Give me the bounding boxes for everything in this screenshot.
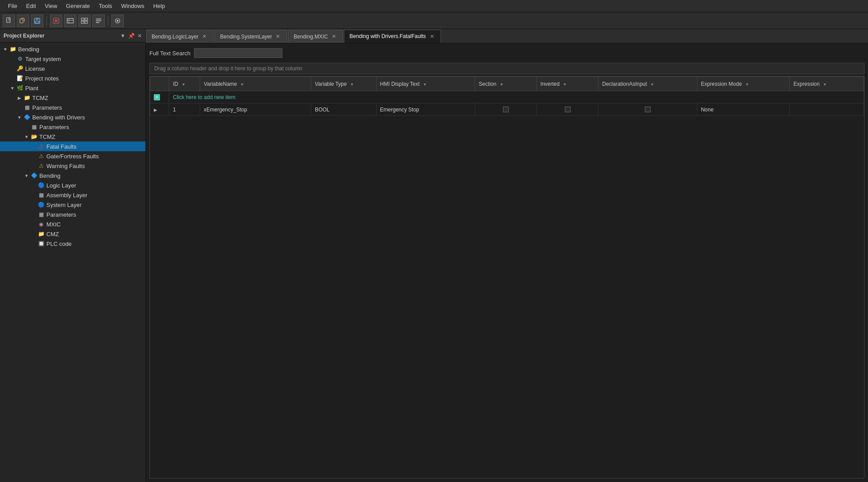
tree-item-fatal-faults[interactable]: ▶ ⚠ Fatal Faults: [0, 142, 145, 151]
view4-button[interactable]: [111, 15, 124, 27]
sidebar-close-btn[interactable]: ✕: [137, 33, 142, 39]
row1-decl-checkbox[interactable]: [645, 107, 651, 112]
tree-item-mxic[interactable]: ▶ ◉ MXIC: [0, 219, 145, 229]
view3-button[interactable]: [92, 15, 105, 27]
table-row[interactable]: ▶ 1 xEmergency_Stop BOOL Emergency Stop: [150, 103, 864, 116]
tree-item-bending-sub[interactable]: ▼ 🔷 Bending: [0, 171, 145, 180]
search-input[interactable]: [194, 48, 282, 58]
notes-icon: 📝: [16, 75, 24, 82]
tab-fatal-faults[interactable]: Bending with Drivers.FatalFaults ✕: [344, 30, 441, 43]
tree-label-project-notes: Project notes: [25, 75, 59, 82]
col-header-varname[interactable]: VariableName ▼: [200, 77, 311, 91]
tab-system-layer[interactable]: Bending.SystemLayer ✕: [214, 30, 287, 43]
tree-item-tcmz-bwd[interactable]: ▼ 📂 TCMZ: [0, 132, 145, 142]
tab-fatal-faults-close[interactable]: ✕: [429, 33, 435, 40]
tab-bar: Bending.LogicLayer ✕ Bending.SystemLayer…: [146, 29, 868, 43]
close-button[interactable]: [50, 15, 62, 27]
sidebar-pin-btn[interactable]: 📌: [128, 33, 135, 39]
tree-item-tcmz-top[interactable]: ▶ 📁 TCMZ: [0, 93, 145, 103]
exprmode-filter-icon[interactable]: ▼: [745, 82, 749, 87]
tab-system-layer-close[interactable]: ✕: [274, 33, 281, 40]
menu-help[interactable]: Help: [149, 1, 170, 11]
menu-view[interactable]: View: [40, 1, 61, 11]
tab-mxic-close[interactable]: ✕: [331, 33, 337, 40]
tree-item-logic-layer[interactable]: ▶ 🔵 Logic Layer: [0, 180, 145, 190]
view1-button[interactable]: [64, 15, 76, 27]
row1-arrow-icon[interactable]: ▶: [154, 107, 157, 112]
tree-arrow-tcmz-bwd[interactable]: ▼: [23, 133, 30, 140]
tab-logic-layer-close[interactable]: ✕: [201, 33, 208, 40]
tree-label-parameters-top: Parameters: [32, 104, 62, 111]
row1-section-checkbox[interactable]: [503, 107, 509, 112]
sidebar-header: Project Explorer ▼ 📌 ✕: [0, 29, 145, 42]
vartype-filter-icon[interactable]: ▼: [350, 82, 354, 87]
tree-item-parameters-top[interactable]: ▶ ▦ Parameters: [0, 103, 145, 112]
sidebar-collapse-btn[interactable]: ▼: [120, 33, 126, 39]
svg-rect-11: [85, 21, 88, 23]
menu-tools[interactable]: Tools: [95, 1, 117, 11]
row1-inverted-checkbox[interactable]: [565, 107, 571, 112]
open-button[interactable]: [17, 15, 29, 27]
tab-logic-layer[interactable]: Bending.LogicLayer ✕: [146, 30, 213, 43]
view2-button[interactable]: [78, 15, 91, 27]
col-header-exprmode[interactable]: Expression Mode ▼: [697, 77, 789, 91]
col-header-expand: [150, 77, 169, 91]
tree-arrow-plant[interactable]: ▼: [9, 84, 16, 92]
folder-open-tcmz-icon: 📂: [30, 133, 38, 140]
tree-item-bending-with-drivers[interactable]: ▼ 🔷 Bending with Drivers: [0, 112, 145, 122]
menu-generate[interactable]: Generate: [61, 1, 94, 11]
menu-windows[interactable]: Windows: [117, 1, 149, 11]
tree-arrow-bending-sub[interactable]: ▼: [23, 172, 30, 179]
tree-item-bending[interactable]: ▼ 📁 Bending: [0, 44, 145, 54]
expr-filter-icon[interactable]: ▼: [823, 82, 827, 87]
decl-filter-icon[interactable]: ▼: [650, 82, 654, 87]
id-filter-icon[interactable]: ▼: [182, 82, 186, 87]
col-header-inverted[interactable]: Inverted ▼: [537, 77, 598, 91]
hmi-filter-icon[interactable]: ▼: [423, 82, 427, 87]
sidebar-header-icons: ▼ 📌 ✕: [120, 33, 142, 39]
varname-filter-icon[interactable]: ▼: [240, 82, 244, 87]
col-header-decl[interactable]: DeclarationAsInput ▼: [598, 77, 697, 91]
tree-item-warning-faults[interactable]: ▶ ⚠ Warning Faults: [0, 161, 145, 171]
tree-item-cmz[interactable]: ▶ 📁 CMZ: [0, 229, 145, 239]
row1-expand[interactable]: ▶: [150, 103, 169, 116]
tree-item-parameters-bend[interactable]: ▶ ▦ Parameters: [0, 210, 145, 219]
col-header-vartype[interactable]: Variable Type ▼: [311, 77, 376, 91]
grid-container: ID ▼ VariableName ▼ Variable Type ▼: [149, 76, 864, 478]
tree-arrow-bwd[interactable]: ▼: [16, 114, 23, 121]
tree-label-target-system: Target system: [25, 56, 61, 62]
tree-item-plc-code[interactable]: ▶ 🔲 PLC code: [0, 239, 145, 249]
tree-arrow-bending[interactable]: ▼: [2, 46, 9, 53]
add-row[interactable]: + Click here to add new item: [150, 91, 864, 103]
row1-decl: [598, 103, 697, 116]
col-header-section[interactable]: Section ▼: [475, 77, 537, 91]
tree-item-assembly-layer[interactable]: ▶ ▦ Assembly Layer: [0, 190, 145, 200]
col-header-id[interactable]: ID ▼: [169, 77, 200, 91]
data-table: ID ▼ VariableName ▼ Variable Type ▼: [150, 77, 864, 116]
section-filter-icon[interactable]: ▼: [500, 82, 504, 87]
tree-item-project-notes[interactable]: ▶ 📝 Project notes: [0, 73, 145, 83]
tree-item-gate-fortress-faults[interactable]: ▶ ⚠ Gate/Fortress Faults: [0, 151, 145, 161]
tree-label-bending-with-drivers: Bending with Drivers: [32, 114, 85, 121]
tree-label-tcmz-top: TCMZ: [32, 95, 48, 101]
gate-faults-icon: ⚠: [37, 153, 45, 160]
tree-item-license[interactable]: ▶ 🔑 License: [0, 64, 145, 73]
menu-edit[interactable]: Edit: [22, 1, 40, 11]
menu-file[interactable]: File: [4, 1, 22, 11]
row1-exprmode: None: [697, 103, 789, 116]
add-row-text[interactable]: Click here to add new item: [169, 91, 864, 103]
col-header-expr[interactable]: Expression ▼: [790, 77, 864, 91]
tree-item-plant[interactable]: ▼ 🌿 Plant: [0, 83, 145, 93]
assembly-layer-icon: ▦: [37, 191, 45, 199]
tree-item-target-system[interactable]: ▶ ⚙ Target system: [0, 54, 145, 64]
tree-label-cmz: CMZ: [46, 231, 59, 237]
new-file-button[interactable]: [3, 15, 15, 27]
inverted-filter-icon[interactable]: ▼: [563, 82, 567, 87]
save-button[interactable]: [31, 15, 43, 27]
fatal-faults-icon: ⚠: [37, 143, 45, 150]
tree-item-system-layer[interactable]: ▶ 🔵 System Layer: [0, 200, 145, 210]
col-header-hmi[interactable]: HMI Display Text ▼: [376, 77, 475, 91]
tree-arrow-tcmz-top[interactable]: ▶: [16, 94, 23, 101]
tree-item-parameters-bwd[interactable]: ▶ ▦ Parameters: [0, 122, 145, 132]
tab-mxic[interactable]: Bending.MXIC ✕: [288, 30, 343, 43]
